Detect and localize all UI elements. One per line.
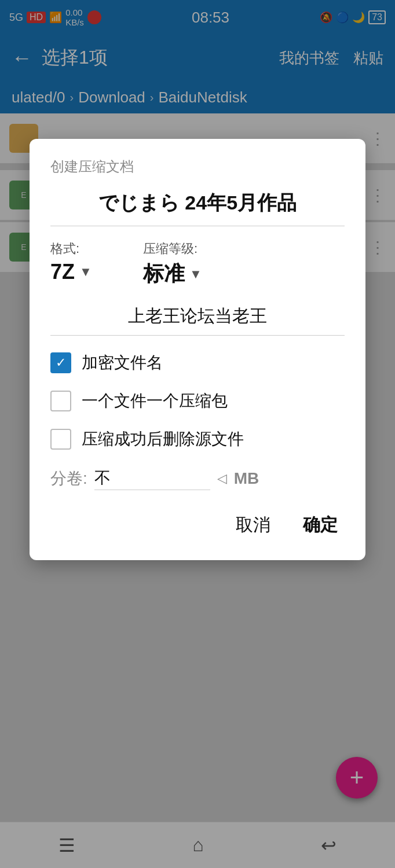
split-input[interactable] (94, 466, 210, 490)
format-column: 格式: 7Z ▼ (50, 240, 120, 284)
format-label: 格式: (50, 240, 120, 258)
password-field[interactable]: 上老王论坛当老王 (50, 300, 345, 336)
dialog-overlay: 创建压缩文档 でじまら 24年5月作品 格式: 7Z ▼ 压缩等级: 标准 ▼ … (0, 0, 395, 868)
create-archive-dialog: 创建压缩文档 でじまら 24年5月作品 格式: 7Z ▼ 压缩等级: 标准 ▼ … (30, 139, 365, 560)
compress-level-select[interactable]: 标准 ▼ (143, 260, 213, 288)
encrypt-filename-checkbox[interactable] (50, 352, 71, 373)
compress-level-value: 标准 (143, 260, 185, 288)
compress-level-column: 压缩等级: 标准 ▼ (143, 240, 213, 288)
one-file-per-archive-row: 一个文件一个压缩包 (50, 390, 345, 412)
dialog-filename: でじまら 24年5月作品 (50, 190, 345, 226)
compress-level-dropdown-arrow: ▼ (189, 267, 202, 282)
compress-level-label: 压缩等级: (143, 240, 213, 258)
split-mb-unit: MB (234, 469, 259, 488)
one-file-per-archive-checkbox[interactable] (50, 391, 71, 411)
split-arrow-icon[interactable]: ◁ (217, 471, 227, 486)
format-compress-row: 格式: 7Z ▼ 压缩等级: 标准 ▼ (50, 240, 345, 288)
delete-source-checkbox[interactable] (50, 429, 71, 450)
delete-source-row: 压缩成功后删除源文件 (50, 428, 345, 450)
format-select[interactable]: 7Z ▼ (50, 260, 120, 284)
dialog-title: 创建压缩文档 (50, 157, 345, 176)
encrypt-filename-row: 加密文件名 (50, 352, 345, 374)
dialog-button-row: 取消 确定 (50, 509, 345, 542)
confirm-button[interactable]: 确定 (296, 509, 345, 542)
split-volume-row: 分卷: ◁ MB (50, 466, 345, 490)
encrypt-filename-label: 加密文件名 (82, 352, 163, 374)
one-file-per-archive-label: 一个文件一个压缩包 (82, 390, 228, 412)
cancel-button[interactable]: 取消 (229, 509, 277, 542)
delete-source-label: 压缩成功后删除源文件 (82, 428, 244, 450)
format-value: 7Z (50, 260, 75, 284)
split-label: 分卷: (50, 468, 87, 490)
format-dropdown-arrow: ▼ (79, 264, 92, 279)
